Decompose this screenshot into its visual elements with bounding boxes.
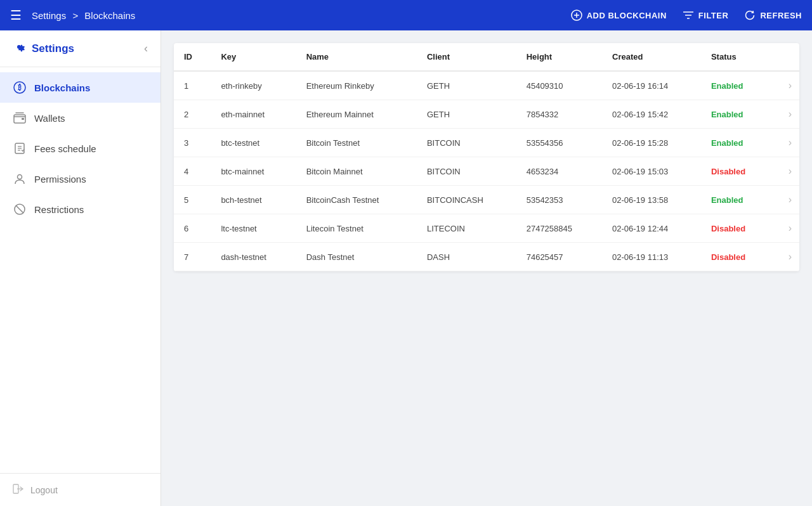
- cell-status: Enabled: [701, 186, 772, 214]
- filter-button[interactable]: FILTER: [682, 9, 729, 22]
- refresh-label: REFRESH: [760, 11, 802, 20]
- breadcrumb: Settings > Blockchains: [32, 10, 570, 21]
- cell-created: 02-06-19 15:28: [602, 129, 701, 157]
- cell-key: btc-mainnet: [211, 157, 296, 186]
- cell-id: 6: [174, 214, 211, 243]
- sidebar-title: Settings: [13, 41, 74, 56]
- cell-status: Enabled: [701, 100, 772, 129]
- hamburger-icon[interactable]: ☰: [10, 8, 22, 23]
- table-row[interactable]: 1 eth-rinkeby Ethereum Rinkeby GETH 4540…: [174, 71, 799, 100]
- cell-id: 2: [174, 100, 211, 129]
- table-header: ID Key Name Client Height Created Status: [174, 43, 799, 71]
- table-row[interactable]: 6 ltc-testnet Litecoin Testnet LITECOIN …: [174, 214, 799, 243]
- row-chevron-icon[interactable]: ›: [772, 71, 799, 100]
- sidebar-collapse-button[interactable]: ‹: [144, 42, 148, 55]
- logout-icon: [13, 484, 24, 496]
- svg-rect-9: [22, 118, 24, 120]
- cell-key: eth-mainnet: [211, 100, 296, 129]
- add-blockchain-button[interactable]: ADD BLOCKCHAIN: [570, 9, 667, 22]
- sidebar-item-blockchains[interactable]: ₿ Blockchains: [0, 72, 160, 103]
- cell-status: Disabled: [701, 157, 772, 186]
- cell-height: 45409310: [516, 71, 602, 100]
- row-chevron-icon[interactable]: ›: [772, 186, 799, 214]
- sidebar: Settings ‹ ₿ Blockchains: [0, 30, 161, 506]
- filter-label: FILTER: [698, 11, 729, 20]
- svg-line-16: [16, 205, 23, 213]
- sidebar-header: Settings ‹: [0, 30, 160, 67]
- cell-height: 4653234: [516, 157, 602, 186]
- wallet-icon: [13, 111, 27, 125]
- row-chevron-icon[interactable]: ›: [772, 157, 799, 186]
- col-id: ID: [174, 43, 211, 71]
- cell-key: eth-rinkeby: [211, 71, 296, 100]
- row-chevron-icon[interactable]: ›: [772, 129, 799, 157]
- svg-point-14: [18, 175, 22, 179]
- sidebar-item-label-permissions: Permissions: [34, 174, 86, 185]
- table-body: 1 eth-rinkeby Ethereum Rinkeby GETH 4540…: [174, 71, 799, 271]
- cell-name: Bitcoin Testnet: [296, 129, 417, 157]
- refresh-button[interactable]: REFRESH: [743, 9, 802, 22]
- cell-id: 4: [174, 157, 211, 186]
- sidebar-item-fees-schedule[interactable]: Fees schedule: [0, 133, 160, 164]
- sidebar-item-label-wallets: Wallets: [34, 113, 65, 124]
- sidebar-item-permissions[interactable]: Permissions: [0, 164, 160, 194]
- cell-created: 02-06-19 13:58: [602, 186, 701, 214]
- cell-key: btc-testnet: [211, 129, 296, 157]
- cell-client: BITCOIN: [417, 129, 516, 157]
- cell-status: Enabled: [701, 71, 772, 100]
- top-nav: ☰ Settings > Blockchains ADD BLOCKCHAIN: [0, 0, 812, 30]
- person-icon: [13, 172, 27, 186]
- table-row[interactable]: 4 btc-mainnet Bitcoin Mainnet BITCOIN 46…: [174, 157, 799, 186]
- sidebar-item-label-restrictions: Restrictions: [34, 204, 84, 215]
- cell-name: Litecoin Testnet: [296, 214, 417, 243]
- main-layout: Settings ‹ ₿ Blockchains: [0, 30, 812, 506]
- cell-name: Ethereum Mainnet: [296, 100, 417, 129]
- sidebar-title-text: Settings: [32, 42, 74, 55]
- add-blockchain-label: ADD BLOCKCHAIN: [587, 11, 667, 20]
- cell-height: 74625457: [516, 243, 602, 271]
- sidebar-item-label-blockchains: Blockchains: [34, 82, 90, 93]
- row-chevron-icon[interactable]: ›: [772, 243, 799, 271]
- logout-button[interactable]: Logout: [13, 484, 148, 496]
- cell-status: Disabled: [701, 214, 772, 243]
- cell-client: GETH: [417, 71, 516, 100]
- col-actions: [772, 43, 799, 71]
- blockchains-table: ID Key Name Client Height Created Status…: [174, 43, 799, 271]
- cell-height: 53554356: [516, 129, 602, 157]
- table-row[interactable]: 2 eth-mainnet Ethereum Mainnet GETH 7854…: [174, 100, 799, 129]
- cell-status: Enabled: [701, 129, 772, 157]
- cell-id: 7: [174, 243, 211, 271]
- cell-name: Bitcoin Mainnet: [296, 157, 417, 186]
- cell-key: dash-testnet: [211, 243, 296, 271]
- filter-icon: [682, 9, 695, 22]
- cell-client: DASH: [417, 243, 516, 271]
- cell-id: 3: [174, 129, 211, 157]
- table-row[interactable]: 5 bch-testnet BitcoinCash Testnet BITCOI…: [174, 186, 799, 214]
- cell-created: 02-06-19 15:42: [602, 100, 701, 129]
- cell-name: Dash Testnet: [296, 243, 417, 271]
- cell-name: Ethereum Rinkeby: [296, 71, 417, 100]
- breadcrumb-current: Blockchains: [84, 10, 135, 21]
- cell-created: 02-06-19 12:44: [602, 214, 701, 243]
- cell-client: BITCOINCASH: [417, 186, 516, 214]
- cell-client: LITECOIN: [417, 214, 516, 243]
- content-area: ID Key Name Client Height Created Status…: [161, 30, 812, 506]
- cell-created: 02-06-19 15:03: [602, 157, 701, 186]
- row-chevron-icon[interactable]: ›: [772, 100, 799, 129]
- cell-created: 02-06-19 16:14: [602, 71, 701, 100]
- bitcoin-icon: ₿: [13, 81, 27, 94]
- logout-label: Logout: [30, 485, 58, 495]
- svg-text:₿: ₿: [18, 84, 22, 91]
- col-height: Height: [516, 43, 602, 71]
- sidebar-item-wallets[interactable]: Wallets: [0, 103, 160, 133]
- table-row[interactable]: 7 dash-testnet Dash Testnet DASH 7462545…: [174, 243, 799, 271]
- col-client: Client: [417, 43, 516, 71]
- col-name: Name: [296, 43, 417, 71]
- table-row[interactable]: 3 btc-testnet Bitcoin Testnet BITCOIN 53…: [174, 129, 799, 157]
- col-created: Created: [602, 43, 701, 71]
- cell-client: GETH: [417, 100, 516, 129]
- breadcrumb-parent[interactable]: Settings: [32, 10, 66, 21]
- row-chevron-icon[interactable]: ›: [772, 214, 799, 243]
- cell-height: 2747258845: [516, 214, 602, 243]
- sidebar-item-restrictions[interactable]: Restrictions: [0, 194, 160, 224]
